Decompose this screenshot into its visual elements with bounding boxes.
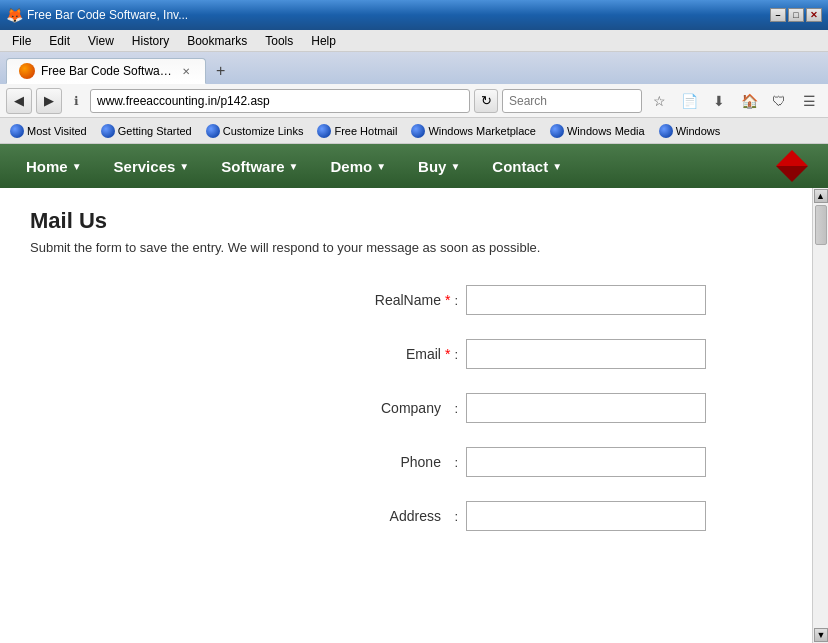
nav-services-label: Services (114, 158, 176, 175)
close-button[interactable]: ✕ (806, 8, 822, 22)
nav-demo-label: Demo (331, 158, 373, 175)
nav-home[interactable]: Home ▼ (10, 150, 98, 183)
download-icon[interactable]: ⬇ (706, 88, 732, 114)
window-controls: – □ ✕ (770, 8, 822, 22)
menu-bar: File Edit View History Bookmarks Tools H… (0, 30, 828, 52)
nav-buy[interactable]: Buy ▼ (402, 150, 476, 183)
tab-active[interactable]: Free Bar Code Software, Inv... ✕ (6, 58, 206, 84)
bookmark-getting-started[interactable]: Getting Started (95, 122, 198, 140)
nav-contact-arrow: ▼ (552, 161, 562, 172)
input-address[interactable] (466, 501, 706, 531)
input-realname[interactable] (466, 285, 706, 315)
forward-button[interactable]: ▶ (36, 88, 62, 114)
form-row-realname: RealName * : (106, 285, 706, 315)
bookmark-page-icon[interactable]: 📄 (676, 88, 702, 114)
colon-address: : (454, 509, 458, 524)
bookmark-windows-media[interactable]: Windows Media (544, 122, 651, 140)
nav-software-label: Software (221, 158, 284, 175)
label-email: Email (341, 346, 441, 362)
bookmark-customize-links[interactable]: Customize Links (200, 122, 310, 140)
site-logo (776, 150, 808, 182)
bookmark-label: Windows Media (567, 125, 645, 137)
nav-software-arrow: ▼ (289, 161, 299, 172)
tab-close-button[interactable]: ✕ (179, 65, 193, 78)
scroll-thumb[interactable] (815, 205, 827, 245)
nav-menu: Home ▼ Services ▼ Software ▼ Demo ▼ Buy … (0, 144, 828, 188)
nav-demo-arrow: ▼ (376, 161, 386, 172)
bookmark-globe-icon (10, 124, 24, 138)
colon-email: : (454, 347, 458, 362)
bookmark-label: Windows Marketplace (428, 125, 536, 137)
title-bar: 🦊 Free Bar Code Software, Inv... – □ ✕ (0, 0, 828, 30)
label-company: Company (341, 400, 441, 416)
colon-phone: : (454, 455, 458, 470)
contact-form: RealName * : Email * : Company * : Pho (106, 285, 706, 531)
tab-label: Free Bar Code Software, Inv... (41, 64, 173, 78)
scrollbar[interactable]: ▲ ▼ (812, 188, 828, 643)
nav-services[interactable]: Services ▼ (98, 150, 206, 183)
menu-file[interactable]: File (4, 32, 39, 50)
nav-contact-label: Contact (492, 158, 548, 175)
menu-history[interactable]: History (124, 32, 177, 50)
bookmark-most-visited[interactable]: Most Visited (4, 122, 93, 140)
url-input[interactable] (90, 89, 470, 113)
bookmark-globe-icon (206, 124, 220, 138)
input-company[interactable] (466, 393, 706, 423)
new-tab-button[interactable]: + (208, 58, 233, 84)
bookmarks-bar: Most Visited Getting Started Customize L… (0, 118, 828, 144)
nav-contact[interactable]: Contact ▼ (476, 150, 578, 183)
colon-company: : (454, 401, 458, 416)
page-title: Mail Us (30, 208, 782, 234)
form-row-company: Company * : (106, 393, 706, 423)
maximize-button[interactable]: □ (788, 8, 804, 22)
form-row-phone: Phone * : (106, 447, 706, 477)
bookmark-globe-icon (550, 124, 564, 138)
tab-favicon (19, 63, 35, 79)
menu-edit[interactable]: Edit (41, 32, 78, 50)
browser-icon: 🦊 (6, 7, 23, 23)
home-icon[interactable]: 🏠 (736, 88, 762, 114)
menu-bookmarks[interactable]: Bookmarks (179, 32, 255, 50)
label-phone: Phone (341, 454, 441, 470)
window-title: Free Bar Code Software, Inv... (27, 8, 188, 22)
bookmark-globe-icon (317, 124, 331, 138)
shield-icon: 🛡 (766, 88, 792, 114)
scroll-up-button[interactable]: ▲ (814, 189, 828, 203)
bookmark-star-icon[interactable]: ☆ (646, 88, 672, 114)
back-button[interactable]: ◀ (6, 88, 32, 114)
bookmark-free-hotmail[interactable]: Free Hotmail (311, 122, 403, 140)
required-star-email: * (445, 346, 450, 362)
bookmark-globe-icon (101, 124, 115, 138)
nav-services-arrow: ▼ (179, 161, 189, 172)
input-email[interactable] (466, 339, 706, 369)
nav-buy-label: Buy (418, 158, 446, 175)
nav-software[interactable]: Software ▼ (205, 150, 314, 183)
nav-home-label: Home (26, 158, 68, 175)
bookmark-windows-marketplace[interactable]: Windows Marketplace (405, 122, 542, 140)
refresh-button[interactable]: ↻ (474, 89, 498, 113)
menu-view[interactable]: View (80, 32, 122, 50)
bookmark-label: Getting Started (118, 125, 192, 137)
page-subtitle: Submit the form to save the entry. We wi… (30, 240, 782, 255)
scroll-down-button[interactable]: ▼ (814, 628, 828, 642)
bookmark-windows[interactable]: Windows (653, 122, 727, 140)
input-phone[interactable] (466, 447, 706, 477)
bookmark-label: Customize Links (223, 125, 304, 137)
nav-home-arrow: ▼ (72, 161, 82, 172)
nav-demo[interactable]: Demo ▼ (315, 150, 403, 183)
bookmark-label: Windows (676, 125, 721, 137)
menu-icon[interactable]: ☰ (796, 88, 822, 114)
search-input[interactable] (502, 89, 642, 113)
colon-realname: : (454, 293, 458, 308)
form-row-address: Address * : (106, 501, 706, 531)
bookmark-label: Most Visited (27, 125, 87, 137)
title-bar-left: 🦊 Free Bar Code Software, Inv... (6, 7, 188, 23)
nav-buy-arrow: ▼ (450, 161, 460, 172)
address-bar: ◀ ▶ ℹ ↻ ☆ 📄 ⬇ 🏠 🛡 ☰ (0, 84, 828, 118)
menu-help[interactable]: Help (303, 32, 344, 50)
info-icon: ℹ (66, 88, 86, 114)
content-area: Mail Us Submit the form to save the entr… (0, 188, 828, 643)
form-row-email: Email * : (106, 339, 706, 369)
menu-tools[interactable]: Tools (257, 32, 301, 50)
minimize-button[interactable]: – (770, 8, 786, 22)
